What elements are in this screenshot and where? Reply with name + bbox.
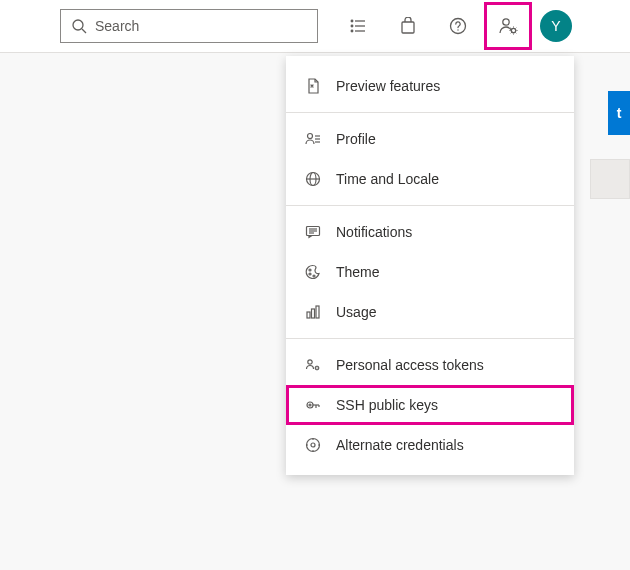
svg-point-4 xyxy=(351,25,353,27)
credentials-icon xyxy=(304,436,322,454)
menu-item-label: Preview features xyxy=(336,78,440,94)
svg-point-31 xyxy=(316,367,319,370)
top-bar: Y xyxy=(0,0,630,52)
svg-point-2 xyxy=(351,20,353,22)
svg-point-13 xyxy=(308,134,313,139)
menu-item-time-locale[interactable]: Time and Locale xyxy=(286,159,574,199)
svg-point-30 xyxy=(308,360,312,364)
menu-item-label: Profile xyxy=(336,131,376,147)
svg-point-24 xyxy=(309,269,311,271)
svg-rect-27 xyxy=(307,312,310,318)
svg-point-33 xyxy=(309,404,311,406)
user-settings-menu: Preview features Profile Time and Locale… xyxy=(286,56,574,475)
menu-item-label: Notifications xyxy=(336,224,412,240)
user-settings-button[interactable] xyxy=(484,2,532,50)
svg-point-10 xyxy=(457,29,458,30)
menu-item-preview-features[interactable]: Preview features xyxy=(286,66,574,106)
menu-item-profile[interactable]: Profile xyxy=(286,119,574,159)
svg-point-26 xyxy=(313,275,315,277)
notifications-icon xyxy=(304,223,322,241)
preview-features-icon xyxy=(304,77,322,95)
menu-item-notifications[interactable]: Notifications xyxy=(286,212,574,252)
menu-item-label: Usage xyxy=(336,304,376,320)
primary-button-partial[interactable]: t xyxy=(608,91,630,135)
key-icon xyxy=(304,396,322,414)
svg-point-6 xyxy=(351,30,353,32)
search-icon xyxy=(71,18,87,34)
svg-point-25 xyxy=(309,273,311,275)
menu-item-usage[interactable]: Usage xyxy=(286,292,574,332)
menu-item-personal-access-tokens[interactable]: Personal access tokens xyxy=(286,345,574,385)
svg-point-38 xyxy=(311,443,315,447)
help-icon[interactable] xyxy=(434,2,482,50)
menu-separator xyxy=(286,338,574,339)
menu-separator xyxy=(286,112,574,113)
svg-point-32 xyxy=(307,402,313,408)
search-box[interactable] xyxy=(60,9,318,43)
menu-separator xyxy=(286,205,574,206)
svg-point-11 xyxy=(503,19,509,25)
avatar[interactable]: Y xyxy=(540,10,572,42)
svg-rect-28 xyxy=(312,309,315,318)
menu-item-theme[interactable]: Theme xyxy=(286,252,574,292)
svg-line-1 xyxy=(82,29,86,33)
marketplace-icon[interactable] xyxy=(384,2,432,50)
menu-item-label: Personal access tokens xyxy=(336,357,484,373)
tokens-icon xyxy=(304,356,322,374)
theme-icon xyxy=(304,263,322,281)
search-input[interactable] xyxy=(95,18,307,34)
svg-point-37 xyxy=(307,439,320,452)
usage-icon xyxy=(304,303,322,321)
list-row-partial xyxy=(590,159,630,199)
svg-rect-29 xyxy=(316,306,319,318)
svg-rect-8 xyxy=(402,22,414,33)
menu-item-label: SSH public keys xyxy=(336,397,438,413)
menu-item-ssh-public-keys[interactable]: SSH public keys xyxy=(286,385,574,425)
toolbar-icons: Y xyxy=(334,2,572,50)
profile-icon xyxy=(304,130,322,148)
menu-item-alternate-credentials[interactable]: Alternate credentials xyxy=(286,425,574,465)
menu-item-label: Theme xyxy=(336,264,380,280)
list-icon[interactable] xyxy=(334,2,382,50)
primary-button-label: t xyxy=(617,105,622,121)
globe-icon xyxy=(304,170,322,188)
menu-item-label: Time and Locale xyxy=(336,171,439,187)
menu-item-label: Alternate credentials xyxy=(336,437,464,453)
svg-point-0 xyxy=(73,20,83,30)
avatar-initial: Y xyxy=(551,18,560,34)
